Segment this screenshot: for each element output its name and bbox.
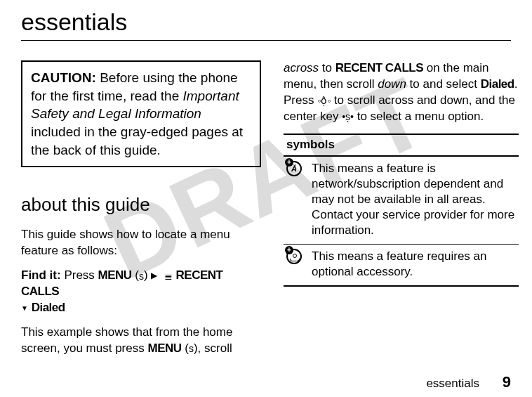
- table-row: + This means a feature requires an optio…: [284, 245, 519, 287]
- columns: CAUTION: Before using the phone for the …: [21, 60, 511, 365]
- title-rule: [21, 40, 511, 41]
- r-e: to and select: [406, 77, 481, 91]
- arrow-icon: ▶: [151, 271, 157, 281]
- r-b: to: [319, 61, 335, 74]
- dialed-label: Dialed: [32, 301, 65, 314]
- plus-badge-icon-2: +: [285, 246, 293, 254]
- about-intro: This guide shows how to locate a menu fe…: [21, 227, 261, 259]
- find-it-press: Press: [61, 268, 98, 282]
- find-it-line: Find it: Press MENU (s) ▶ ≣ RECENT CALLS…: [21, 268, 261, 316]
- example-tail: ), scroll: [194, 341, 232, 355]
- nav-glyph-icon: ◦ộ◦: [317, 96, 331, 105]
- caution-box: CAUTION: Before using the phone for the …: [21, 60, 261, 167]
- page-number: 9: [503, 373, 511, 391]
- s-glyph-icon: s: [139, 271, 144, 281]
- paren-open: (: [132, 268, 139, 282]
- down-word: down: [378, 77, 406, 91]
- center-key-icon: •ș•: [342, 112, 354, 122]
- caution-label: CAUTION:: [31, 70, 96, 85]
- accessory-line-icon: [290, 259, 300, 261]
- accessory-hole-icon: [293, 254, 297, 258]
- example-line: This example shows that from the home sc…: [21, 325, 261, 357]
- menu-word: MENU: [98, 268, 132, 282]
- right-column: across to RECENT CALLS on the main menu,…: [284, 60, 519, 365]
- recent-calls-2: RECENT CALLS: [335, 61, 423, 74]
- paren-open-2: (: [182, 341, 189, 355]
- footer-label: essentials: [426, 377, 479, 390]
- caution-text-after: included in the gray-edged pages at the …: [31, 124, 243, 157]
- find-it-label: Find it:: [21, 268, 61, 282]
- about-heading: about this guide: [21, 193, 261, 217]
- across-word: across: [284, 61, 319, 74]
- network-text: This means a feature is network/subscrip…: [309, 156, 519, 245]
- right-para: across to RECENT CALLS on the main menu,…: [284, 60, 519, 125]
- symbols-table: symbols + Ă This means a feature is netw…: [284, 134, 519, 287]
- footer: essentials 9: [426, 373, 511, 391]
- s-glyph-icon-2: s: [189, 344, 194, 353]
- network-icon: + Ă: [286, 161, 302, 176]
- left-column: CAUTION: Before using the phone for the …: [21, 60, 261, 365]
- table-row: + Ă This means a feature is network/subs…: [284, 156, 519, 245]
- recent-calls-icon: ≣: [164, 271, 173, 281]
- dialed-2: Dialed: [481, 77, 514, 91]
- page-title: essentials: [21, 8, 511, 36]
- network-icon-cell: + Ă: [284, 156, 309, 245]
- accessory-icon-cell: +: [284, 245, 309, 287]
- symbols-header: symbols: [284, 134, 519, 156]
- paren-close: ): [144, 268, 151, 282]
- r-h: to select a menu option.: [354, 110, 484, 123]
- triangle-down-icon: ▼: [21, 304, 28, 312]
- accessory-icon: +: [286, 249, 302, 264]
- menu-word-2: MENU: [147, 341, 181, 355]
- network-letter: Ă: [288, 164, 300, 174]
- page-content: essentials CAUTION: Before using the pho…: [21, 8, 511, 365]
- accessory-text: This means a feature requires an optiona…: [309, 245, 519, 287]
